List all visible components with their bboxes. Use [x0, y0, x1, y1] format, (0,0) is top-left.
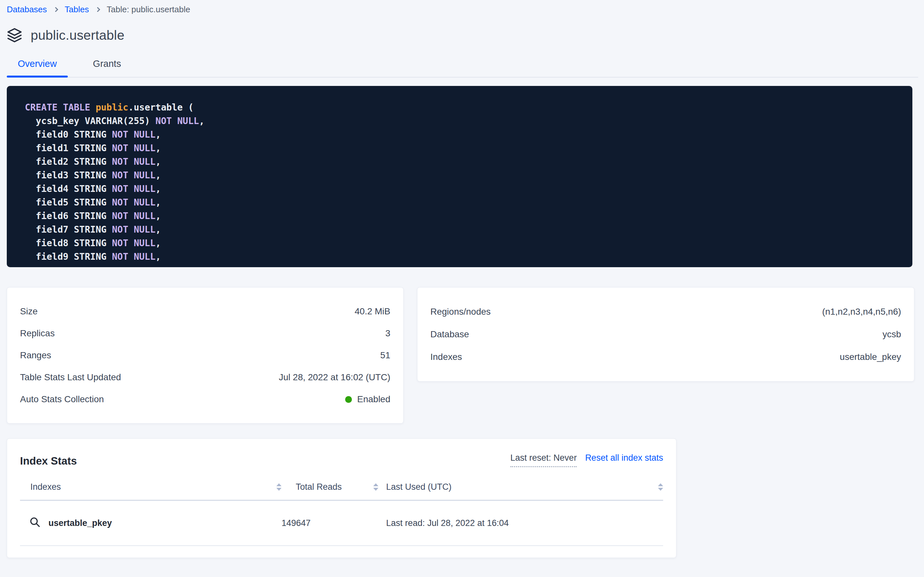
page-header: public.usertable	[7, 27, 918, 43]
table-stats-card: Size40.2 MiBReplicas3Ranges51Table Stats…	[7, 287, 403, 424]
column-header-indexes[interactable]: Indexes	[20, 482, 281, 492]
summary-label: Table Stats Last Updated	[20, 372, 121, 382]
tab-bar: Overview Grants	[7, 58, 918, 77]
reset-index-stats-link[interactable]: Reset all index stats	[585, 453, 663, 463]
sort-icon[interactable]	[373, 483, 378, 491]
magnifier-icon	[29, 516, 41, 530]
sql-line: field8 STRING NOT NULL,	[25, 237, 900, 250]
last-used-cell: Last read: Jul 28, 2022 at 16:04	[378, 518, 663, 528]
summary-value: Enabled	[345, 394, 390, 405]
summary-label: Database	[431, 329, 469, 340]
index-stats-actions: Last reset: Never Reset all index stats	[510, 453, 663, 467]
column-label: Last Used (UTC)	[386, 482, 452, 492]
sql-code: CREATE TABLE public.usertable ( ycsb_key…	[25, 101, 900, 264]
sql-line: field9 STRING NOT NULL,	[25, 250, 900, 264]
summary-value: usertable_pkey	[840, 352, 901, 362]
breadcrumb-link-tables[interactable]: Tables	[64, 5, 89, 15]
summary-label: Auto Stats Collection	[20, 394, 104, 405]
summary-row: Size40.2 MiB	[20, 300, 390, 322]
table-details-page: Databases Tables Table: public.usertable…	[0, 0, 924, 558]
index-stats-card: Index Stats Last reset: Never Reset all …	[7, 438, 677, 558]
index-stats-table: Indexes Total Reads Last Used (UTC) user…	[20, 482, 663, 546]
summary-label: Regions/nodes	[431, 306, 491, 317]
sql-line: field4 STRING NOT NULL,	[25, 182, 900, 196]
summary-cards: Size40.2 MiBReplicas3Ranges51Table Stats…	[7, 287, 918, 424]
sort-icon[interactable]	[276, 483, 281, 491]
summary-row: Replicas3	[20, 322, 390, 344]
index-name-cell: usertable_pkey	[20, 516, 281, 530]
total-reads-cell: 149647	[281, 518, 378, 528]
summary-label: Size	[20, 306, 37, 317]
summary-label: Ranges	[20, 350, 51, 361]
index-name-link[interactable]: usertable_pkey	[48, 518, 112, 528]
table-stats-rows: Size40.2 MiBReplicas3Ranges51Table Stats…	[20, 300, 390, 410]
index-stats-title: Index Stats	[20, 455, 77, 467]
summary-value: 40.2 MiB	[355, 306, 390, 317]
column-header-last-used[interactable]: Last Used (UTC)	[378, 482, 663, 492]
breadcrumb-current: Table: public.usertable	[106, 5, 190, 15]
sql-line: field1 STRING NOT NULL,	[25, 142, 900, 155]
column-label: Indexes	[31, 482, 61, 492]
sql-line: field5 STRING NOT NULL,	[25, 196, 900, 210]
sql-line: ycsb_key VARCHAR(255) NOT NULL,	[25, 114, 900, 128]
index-table-body: usertable_pkey149647Last read: Jul 28, 2…	[20, 501, 663, 546]
status-dot-icon	[345, 396, 352, 403]
tab-overview[interactable]: Overview	[7, 58, 68, 77]
summary-label: Replicas	[20, 328, 55, 338]
row-divider	[20, 545, 663, 546]
summary-value: (n1,n2,n3,n4,n5,n6)	[822, 306, 901, 317]
tab-grants[interactable]: Grants	[79, 58, 135, 77]
breadcrumb: Databases Tables Table: public.usertable	[7, 0, 918, 15]
sql-line: field2 STRING NOT NULL,	[25, 155, 900, 169]
summary-value: ycsb	[882, 329, 901, 340]
sql-line: CREATE TABLE public.usertable (	[25, 101, 900, 114]
summary-row: Databaseycsb	[431, 323, 901, 346]
page-title: public.usertable	[31, 28, 124, 43]
table-row: usertable_pkey149647Last read: Jul 28, 2…	[20, 501, 663, 545]
last-reset-label: Last reset: Never	[510, 453, 577, 467]
index-stats-header: Index Stats Last reset: Never Reset all …	[20, 453, 663, 467]
create-statement-box[interactable]: CREATE TABLE public.usertable ( ycsb_key…	[7, 86, 913, 267]
layers-icon	[7, 27, 22, 43]
summary-row: Ranges51	[20, 344, 390, 366]
chevron-right-icon	[53, 7, 58, 12]
summary-label: Indexes	[431, 352, 462, 362]
sql-line: field3 STRING NOT NULL,	[25, 169, 900, 182]
sort-icon[interactable]	[658, 483, 663, 491]
summary-value: Jul 28, 2022 at 16:02 (UTC)	[279, 372, 390, 382]
summary-row: Auto Stats CollectionEnabled	[20, 388, 390, 410]
breadcrumb-link-databases[interactable]: Databases	[7, 5, 47, 15]
summary-value: 51	[380, 350, 390, 361]
chevron-right-icon	[95, 7, 100, 12]
summary-value: 3	[385, 328, 390, 338]
table-info-rows: Regions/nodes(n1,n2,n3,n4,n5,n6)Database…	[431, 300, 901, 368]
table-info-card: Regions/nodes(n1,n2,n3,n4,n5,n6)Database…	[417, 287, 914, 382]
index-table-header: Indexes Total Reads Last Used (UTC)	[20, 482, 663, 492]
column-label: Total Reads	[281, 482, 342, 492]
sql-line: field7 STRING NOT NULL,	[25, 223, 900, 237]
summary-row: Table Stats Last UpdatedJul 28, 2022 at …	[20, 366, 390, 388]
summary-row: Regions/nodes(n1,n2,n3,n4,n5,n6)	[431, 300, 901, 323]
sql-line: field6 STRING NOT NULL,	[25, 210, 900, 223]
sql-line: field0 STRING NOT NULL,	[25, 128, 900, 142]
summary-row: Indexesusertable_pkey	[431, 346, 901, 368]
column-header-total-reads[interactable]: Total Reads	[281, 482, 378, 492]
